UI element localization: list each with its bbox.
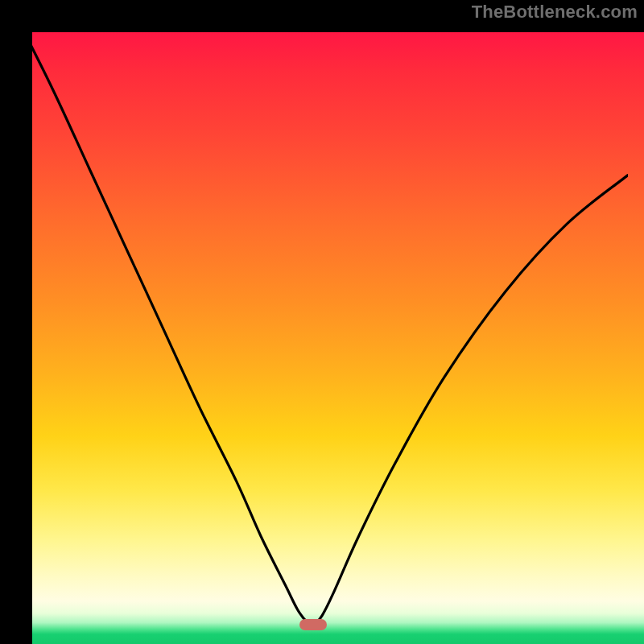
watermark-text: TheBottleneck.com: [472, 2, 638, 23]
bottleneck-curve-path: [16, 16, 628, 625]
bottleneck-curve: [16, 16, 628, 628]
chart-frame: [16, 16, 628, 628]
minimum-marker: [299, 619, 327, 630]
